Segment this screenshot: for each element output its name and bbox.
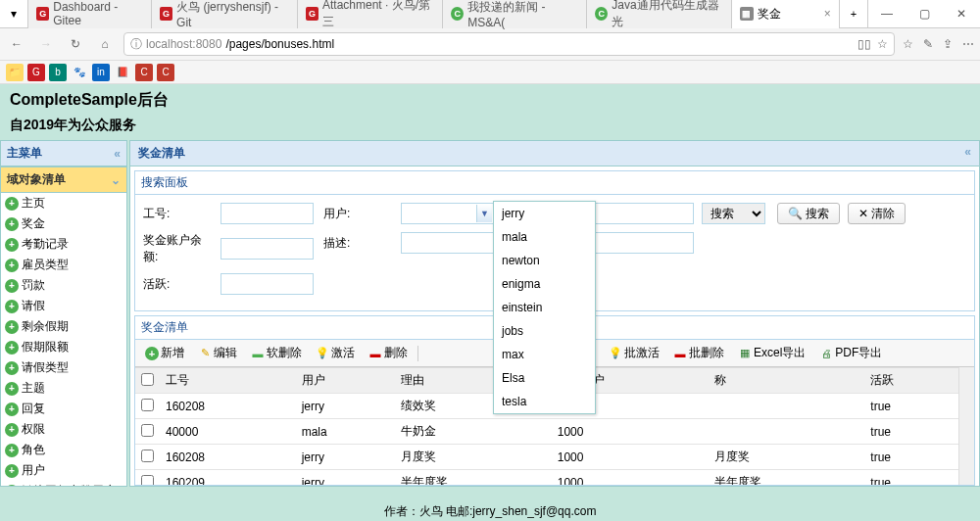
sidebar-item[interactable]: +考勤记录 (1, 234, 126, 255)
bm-paw-icon[interactable]: 🐾 (71, 64, 88, 81)
table-row[interactable]: 160208jerry月度奖1000月度奖true (135, 445, 958, 470)
reader-icon[interactable]: ▯▯ (858, 37, 871, 51)
dropdown-option[interactable]: tesla (494, 390, 595, 413)
dropdown-option[interactable]: enigma (494, 272, 595, 296)
bookmark-icon[interactable]: ☆ (903, 37, 913, 51)
activate-button[interactable]: 💡激活 (312, 343, 359, 363)
select-all-checkbox[interactable] (141, 373, 154, 386)
collapse-icon[interactable]: « (964, 145, 971, 162)
tab-1[interactable]: G火鸟 (jerryshensjf) - Git (152, 0, 298, 28)
forward-icon[interactable]: → (35, 33, 57, 55)
column-header[interactable]: 活跃 (864, 368, 958, 394)
balance-input[interactable] (220, 238, 314, 260)
new-tab[interactable]: + (840, 0, 868, 28)
tab-0[interactable]: GDashboard - Gitee (28, 0, 152, 28)
close-tab-icon[interactable]: × (824, 7, 831, 21)
sidebar-item[interactable]: +请假 (1, 296, 126, 316)
bm-bing-icon[interactable]: b (49, 64, 67, 81)
tab-2[interactable]: GAttachment · 火鸟/第三 (298, 0, 443, 28)
tab-5[interactable]: ▦奖金× (732, 0, 840, 28)
dropdown-option[interactable]: Elsa (494, 366, 595, 390)
softdel-button[interactable]: ▬软删除 (247, 343, 306, 363)
sidebar-item[interactable]: +链接回复点赞用户 (1, 481, 126, 487)
close-icon[interactable]: ✕ (943, 0, 980, 28)
clear-button[interactable]: ✕清除 (848, 203, 906, 224)
excel-button[interactable]: ▦Excel导出 (734, 343, 809, 363)
window-menu[interactable]: ▾ (0, 0, 28, 28)
emp-id-input[interactable] (220, 203, 314, 224)
sidebar-item[interactable]: +回复 (1, 399, 126, 419)
sidebar-item[interactable]: +主页 (1, 193, 126, 213)
star-icon[interactable]: ☆ (877, 37, 888, 51)
domain-list-header[interactable]: 域对象清单⌄ (0, 166, 127, 193)
column-header[interactable]: 用户 (296, 368, 395, 394)
bm-book-icon[interactable]: 📕 (114, 64, 131, 81)
dropdown-option[interactable]: mala (494, 225, 595, 249)
row-checkbox[interactable] (141, 450, 154, 462)
bm-folder-icon[interactable]: 📁 (6, 64, 24, 81)
sidebar-item-label: 雇员类型 (22, 257, 69, 273)
row-checkbox[interactable] (141, 424, 154, 437)
table-row[interactable]: 160209jerry半年度奖1000半年度奖true (135, 470, 958, 487)
balance-label: 奖金账户余额: (143, 232, 217, 265)
dropdown-option[interactable]: newton (494, 249, 595, 272)
sidebar-item[interactable]: +主题 (1, 378, 126, 399)
reason-input[interactable] (581, 203, 694, 224)
dropdown-option[interactable]: max (494, 343, 595, 366)
chevron-down-icon[interactable]: ▼ (476, 205, 492, 222)
search-mode-select[interactable]: 搜索 (702, 203, 765, 224)
sidebar-item[interactable]: +雇员类型 (1, 255, 126, 275)
tab-4[interactable]: CJava通用代码生成器光 (587, 0, 732, 28)
sidebar-item[interactable]: +角色 (1, 440, 126, 460)
user-dropdown[interactable]: jerrymalanewtonenigmaeinsteinjobsmaxElsa… (493, 201, 596, 414)
main-menu-header[interactable]: 主菜单« (0, 140, 127, 166)
pdf-button[interactable]: 🖨PDF导出 (815, 343, 886, 363)
edit-icon[interactable]: ✎ (923, 37, 933, 51)
plus-icon: + (5, 197, 19, 211)
main-panel: 奖金清单« 搜索面板 工号: 奖金账户余额: 活跃: 用户: ▼ 描述: 理由: (129, 140, 980, 487)
bonus-name-input[interactable] (581, 232, 694, 254)
dropdown-option[interactable]: einstein (494, 296, 595, 319)
sidebar-item[interactable]: +请假类型 (1, 357, 126, 378)
row-checkbox[interactable] (141, 399, 154, 411)
batch-del-button[interactable]: ▬批删除 (669, 343, 728, 363)
active-label: 活跃: (143, 276, 217, 293)
desc-input[interactable] (401, 232, 494, 254)
url-input[interactable]: ⓘ localhost:8080/pages/bonuses.html ▯▯☆ (123, 32, 895, 56)
sidebar-item[interactable]: +用户 (1, 460, 126, 481)
collapse-icon[interactable]: ⌄ (111, 173, 121, 187)
column-header[interactable]: 工号 (160, 368, 296, 394)
sidebar-item[interactable]: +剩余假期 (1, 316, 126, 337)
bm-in-icon[interactable]: in (92, 64, 110, 81)
collapse-icon[interactable]: « (114, 147, 121, 161)
sidebar-item[interactable]: +罚款 (1, 275, 126, 296)
sidebar-item[interactable]: +权限 (1, 419, 126, 440)
batch-act-button[interactable]: 💡批激活 (605, 343, 663, 363)
column-header[interactable]: 称 (709, 368, 865, 394)
bm-c2-icon[interactable]: C (157, 64, 174, 81)
edit-button[interactable]: ✎编辑 (194, 343, 241, 363)
app-header: CompleteSample后台 自2019年为公众服务 (0, 84, 980, 140)
row-checkbox[interactable] (141, 475, 154, 487)
sidebar-item[interactable]: +假期限额 (1, 337, 126, 357)
delete-button[interactable]: ▬删除 (365, 343, 412, 363)
active-input[interactable] (220, 273, 314, 295)
sidebar-item[interactable]: +奖金 (1, 213, 126, 234)
search-button[interactable]: 🔍搜索 (777, 203, 840, 224)
bm-gitee-icon[interactable]: G (27, 64, 45, 81)
back-icon[interactable]: ← (6, 33, 27, 55)
bm-c1-icon[interactable]: C (135, 64, 153, 81)
home-icon[interactable]: ⌂ (94, 33, 116, 55)
refresh-icon[interactable]: ↻ (65, 33, 86, 55)
tab-3[interactable]: C我投递的新闻 - MS&A( (443, 0, 587, 28)
dropdown-option[interactable]: jobs (494, 319, 595, 343)
dropdown-option[interactable]: jerry (494, 202, 595, 225)
menu-icon[interactable]: ⋯ (962, 37, 974, 51)
share-icon[interactable]: ⇪ (943, 37, 953, 51)
maximize-icon[interactable]: ▢ (906, 0, 943, 28)
minimize-icon[interactable]: — (868, 0, 906, 28)
table-row[interactable]: 40000mala牛奶金1000true (135, 419, 958, 445)
add-button[interactable]: +新增 (141, 343, 188, 363)
scrollbar[interactable] (958, 367, 974, 486)
plus-icon: + (5, 259, 19, 272)
